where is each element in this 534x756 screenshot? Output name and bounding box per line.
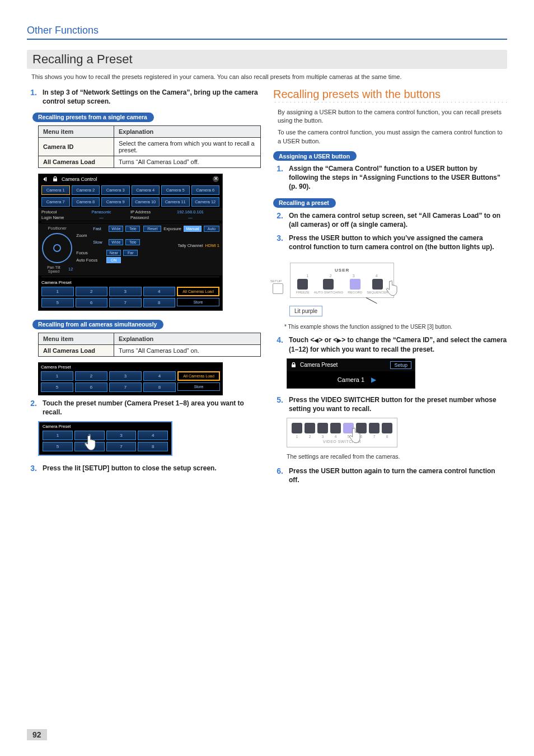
preset-button: 5: [41, 298, 74, 307]
step-number: 2.: [27, 399, 37, 417]
user-sub-label: RECORD: [348, 291, 362, 294]
info-value: —: [72, 215, 130, 220]
r-step-1-text: Assign the “Camera Control” function to …: [289, 165, 500, 190]
zoom-wide-button: Wide: [109, 226, 123, 232]
r-step-3-text: Press the USER button to which you’ve as…: [289, 234, 494, 251]
tally-value: HDMI 1: [205, 243, 219, 248]
switcher-num: 8: [382, 435, 392, 438]
switcher-num: 4: [330, 435, 341, 438]
footnote: * This example shows the function assign…: [284, 324, 507, 330]
pill-single-camera: Recalling presets from a single camera: [32, 113, 154, 122]
exposure-manual-button: Manual: [184, 226, 202, 232]
preset-button: 3: [106, 431, 137, 440]
page-number: 92: [27, 729, 47, 740]
store-button: Store: [177, 382, 220, 391]
info-label: IP Address: [130, 209, 161, 214]
preset-button: 7: [106, 442, 137, 451]
camera-tab: Camera 3: [101, 185, 130, 195]
preset-button: 1: [43, 431, 73, 440]
pantilt-value: 12: [68, 267, 73, 272]
preset-button: 5: [41, 382, 73, 392]
user-num: 3: [353, 274, 355, 278]
store-button: Store: [177, 298, 219, 306]
table-header: Menu item: [39, 333, 114, 344]
info-value: —: [161, 215, 219, 220]
user-button-icon: [297, 279, 308, 290]
step-number: 1.: [273, 164, 283, 192]
lcd-setup-button: Setup: [390, 361, 411, 369]
diagram-label: Camera Preset: [40, 423, 171, 429]
focus-far-button: Far: [123, 250, 138, 256]
camera-tab: Camera 5: [161, 185, 190, 195]
switcher-key-icon: [369, 423, 380, 433]
table-cell: All Cameras Load: [39, 344, 114, 356]
switcher-num: 7: [369, 435, 380, 438]
table-single: Menu item Explanation Camera ID Select t…: [38, 125, 261, 168]
preset-button: 3: [109, 371, 142, 381]
subheading: Recalling presets with the buttons: [273, 88, 507, 101]
preset-button: 7: [109, 382, 142, 392]
callout-line: [366, 297, 377, 304]
all-cameras-load-button: All Cameras Load: [177, 371, 220, 381]
step-number: 2.: [273, 211, 283, 229]
table-cell: All Cameras Load: [39, 156, 114, 167]
camera-tab: Camera 6: [191, 185, 220, 195]
preset-button: 8: [143, 382, 176, 392]
camera-tab: Camera 10: [132, 197, 160, 207]
user-sub-label: FREEZE: [296, 291, 310, 294]
camera-tab: Camera 11: [161, 197, 190, 207]
preset-button: 6: [75, 382, 107, 392]
r-step-5-text: Press the VIDEO SWITCHER button for the …: [289, 396, 496, 413]
preset-button: 2: [75, 371, 107, 381]
preset-button: 8: [143, 298, 176, 307]
camera-tab: Camera 1: [41, 185, 70, 195]
step-number: 4.: [273, 335, 283, 353]
lcd-title: Camera Preset: [300, 362, 338, 368]
step-number: 5.: [273, 395, 283, 413]
r-step-2-text: On the camera control setup screen, set …: [289, 212, 500, 228]
preset-button: 7: [109, 298, 142, 307]
hand-pointer-icon: [385, 279, 401, 298]
focus-near-button: Near: [106, 250, 121, 256]
preset-strip: Camera Preset 1 2 3 4 5 6 7 8 All Camera…: [38, 362, 223, 395]
zoom-tele-button: Tele: [125, 226, 140, 232]
svg-rect-0: [46, 177, 47, 181]
hand-pointer-icon: [83, 433, 100, 452]
pill-all-cameras: Recalling from all cameras simultaneousl…: [32, 320, 163, 329]
camera-tab: Camera 7: [41, 197, 70, 207]
pill-assign-user: Assigning a USER button: [273, 151, 357, 161]
info-label: Protocol: [41, 209, 72, 214]
exposure-auto-button: Auto: [204, 226, 219, 232]
hand-pointer-icon: [348, 426, 364, 445]
exposure-label: Exposure: [163, 226, 181, 231]
info-value: 192.168.0.101: [161, 209, 219, 214]
video-switcher-diagram: 1 2 3 4 5 6 7 8 VIDEO SWITCHER: [287, 418, 427, 447]
info-value: Panasonic: [72, 209, 130, 214]
user-num: 4: [376, 274, 378, 278]
lcd-value: Camera 1: [338, 376, 364, 383]
camera-tab: Camera 12: [191, 197, 220, 207]
autofocus-label: Auto Focus: [76, 258, 104, 263]
section-header: Other Functions: [27, 25, 507, 36]
info-label: Login Name: [41, 215, 72, 220]
preset-button: 5: [43, 442, 73, 451]
panel-title: Camera Control: [62, 176, 97, 182]
step-1-text: In step 3 of “Network Settings on the Ca…: [43, 88, 258, 105]
table-cell: Camera ID: [39, 137, 114, 156]
table-header: Explanation: [114, 333, 261, 344]
step-number: 6.: [273, 466, 283, 484]
table-header: Menu item: [39, 125, 114, 137]
step-number: 1.: [27, 88, 37, 106]
preset-button: 4: [143, 287, 176, 296]
joystick-icon: [42, 233, 72, 263]
preset-button: 4: [143, 371, 176, 381]
switcher-key-icon: [305, 423, 315, 433]
setup-label: SETUP: [270, 279, 282, 283]
preset-button: 1: [41, 371, 73, 381]
user-label: USER: [296, 268, 388, 273]
callout-lit-purple: Lit purple: [289, 306, 322, 316]
user-num: 1: [307, 274, 309, 278]
paragraph: By assigning a USER button to the camera…: [278, 108, 507, 125]
preset-strip-label: Camera Preset: [41, 365, 220, 370]
table-cell: Turns “All Cameras Load” off.: [114, 156, 261, 167]
